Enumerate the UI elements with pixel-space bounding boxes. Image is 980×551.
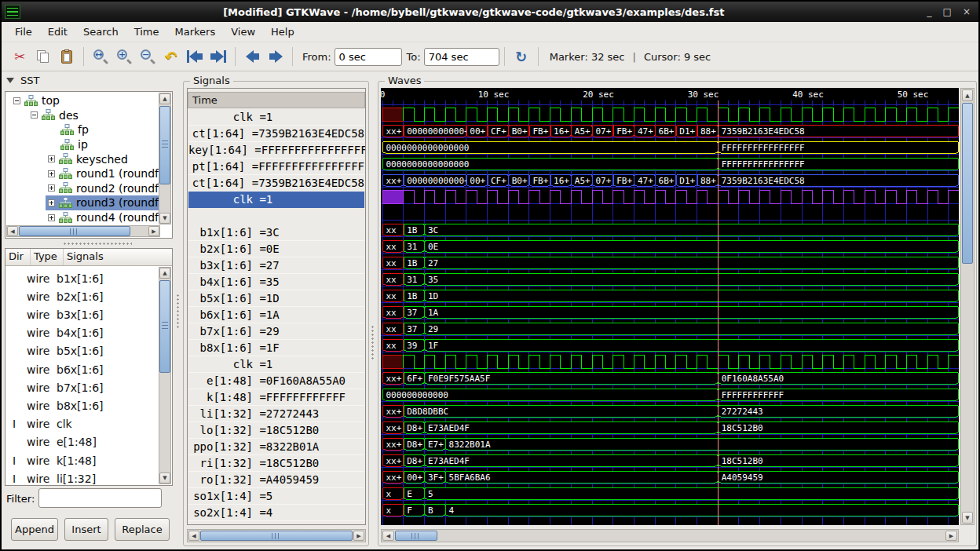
signals-list-item-b6x[1:6][interactable]: b6x[1:6] =1A	[188, 307, 364, 323]
scroll-left-icon[interactable]: ◀	[188, 531, 199, 541]
column-header-dir[interactable]: Dir	[5, 249, 31, 265]
tree-node-round3[interactable]: round3 (roundfun	[6, 195, 159, 210]
sst-expander[interactable]: SST	[6, 75, 39, 86]
signal-row-b5x[1:6][interactable]: wire b5x[1:6]	[6, 342, 160, 360]
menu-help[interactable]: Help	[264, 24, 302, 40]
signals-list-item-clk[interactable]: clk =1	[188, 356, 364, 373]
menu-edit[interactable]: Edit	[41, 24, 75, 40]
tree-node-des[interactable]: des	[6, 108, 159, 123]
scroll-up-icon[interactable]: ▲	[159, 268, 170, 279]
replace-button[interactable]: Replace	[115, 518, 170, 541]
scroll-down-icon[interactable]: ▼	[159, 213, 170, 224]
signal-row-b6x[1:6][interactable]: wire b6x[1:6]	[6, 360, 160, 378]
signals-list-item-b3x[1:6][interactable]: b3x[1:6] =27	[188, 257, 364, 274]
signals-list-item-b5x[1:6][interactable]: b5x[1:6] =1D	[188, 290, 364, 307]
pane-splitter-horizontal[interactable]	[63, 242, 132, 246]
signal-browser-vscrollbar[interactable]: ▲ ▼	[159, 267, 171, 484]
signal-browser-list[interactable]: wire b1x[1:6] wire b2x[1:6] wire b3x[1:6…	[6, 267, 160, 484]
scroll-right-icon[interactable]: ▶	[353, 531, 364, 541]
signals-list-item-so2x[1:4][interactable]: so2x[1:4] =4	[188, 505, 364, 521]
tree-expander-plus-icon[interactable]	[48, 199, 55, 206]
scroll-up-icon[interactable]: ▲	[159, 93, 170, 104]
waves-hscrollbar[interactable]: ◀ ▶	[381, 529, 959, 542]
column-header-type[interactable]: Type	[31, 249, 64, 265]
zoom-undo-button[interactable]: ↶	[159, 46, 183, 68]
panel-splitter-right[interactable]	[371, 325, 375, 359]
column-header-signals[interactable]: Signals	[64, 249, 172, 265]
shift-right-button[interactable]	[264, 46, 287, 68]
signals-list-item-key[1:64][interactable]: key[1:64] =FFFFFFFFFFFFFFFF	[188, 142, 364, 159]
signal-row-e[1:48][interactable]: wire e[1:48]	[6, 433, 160, 451]
signals-list-item-b7x[1:6][interactable]: b7x[1:6] =29	[188, 323, 364, 340]
tree-expander-minus-icon[interactable]	[31, 111, 38, 119]
sst-tree-vscrollbar[interactable]: ▲ ▼	[159, 93, 171, 224]
sst-tree[interactable]: top des fp ip keysched round1 (roundfun …	[6, 93, 159, 225]
close-button[interactable]: ×	[963, 6, 971, 17]
tree-node-fp[interactable]: fp	[6, 122, 159, 137]
scroll-right-icon[interactable]: ▶	[148, 226, 159, 236]
zoom-fit-button[interactable]: ↔	[89, 46, 112, 68]
signals-list-item-so1x[1:4][interactable]: so1x[1:4] =5	[188, 488, 364, 505]
signals-list-item-ct[1:64][interactable]: ct[1:64] =7359B2163E4EDC58	[188, 175, 364, 192]
signals-list-item-b2x[1:6][interactable]: b2x[1:6] =0E	[188, 241, 364, 257]
signals-hscrollbar[interactable]: ◀ ▶	[187, 529, 366, 542]
signal-row-clk[interactable]: I wire clk	[6, 415, 160, 433]
signals-list-item-ppo[1:32][interactable]: ppo[1:32] =8322B01A	[188, 439, 364, 455]
tree-expander-plus-icon[interactable]	[48, 155, 55, 162]
insert-button[interactable]: Insert	[64, 518, 108, 541]
scroll-left-icon[interactable]: ◀	[382, 531, 394, 541]
scroll-down-icon[interactable]: ▼	[962, 512, 973, 524]
append-button[interactable]: Append	[11, 518, 58, 541]
waves-vscrollbar[interactable]: ▲ ▼	[960, 88, 975, 525]
zoom-in-button[interactable]: +	[112, 46, 136, 68]
tree-expander-plus-icon[interactable]	[48, 214, 55, 221]
signals-list-item-li[1:32][interactable]: li[1:32] =27272443	[188, 406, 364, 422]
menu-time[interactable]: Time	[127, 24, 166, 40]
sst-tree-hscrollbar[interactable]: ◀ ▶	[6, 225, 160, 237]
tree-expander-minus-icon[interactable]	[13, 97, 20, 104]
to-input[interactable]	[424, 48, 499, 66]
signal-row-b1x[1:6][interactable]: wire b1x[1:6]	[6, 269, 160, 287]
signals-list-item-lo[1:32][interactable]: lo[1:32] =18C512B0	[188, 422, 364, 439]
signal-row-li[1:32][interactable]: I wire li[1:32]	[6, 469, 160, 484]
zoom-out-button[interactable]: −	[136, 46, 159, 68]
titlebar[interactable]: [Modified] GTKWave - /home/bybell/gtkwav…	[2, 2, 978, 22]
signals-list-item-k[1:48][interactable]: k[1:48] =FFFFFFFFFFFF	[188, 389, 364, 406]
signal-row-b3x[1:6][interactable]: wire b3x[1:6]	[6, 305, 160, 323]
signals-list-item-ri[1:32][interactable]: ri[1:32] =18C512B0	[188, 455, 364, 472]
panel-splitter-left[interactable]	[176, 294, 181, 328]
tree-node-round4[interactable]: round4 (roundfun	[6, 210, 159, 225]
signal-row-k[1:48][interactable]: I wire k[1:48]	[6, 451, 160, 469]
maximize-button[interactable]: □	[943, 6, 952, 17]
menu-view[interactable]: View	[224, 24, 262, 40]
signals-list-item-b1x[1:6][interactable]: b1x[1:6] =3C	[188, 224, 364, 241]
waves-svg[interactable]: 010 sec20 sec30 sec40 sec50 secxx+000000…	[381, 88, 959, 525]
tree-node-round2[interactable]: round2 (roundfun	[6, 181, 159, 196]
copy-button[interactable]	[31, 46, 55, 68]
signal-row-b8x[1:6][interactable]: wire b8x[1:6]	[6, 396, 160, 414]
signals-list-item-ro[1:32][interactable]: ro[1:32] =A4059459	[188, 472, 364, 488]
signals-list-item-b4x[1:6][interactable]: b4x[1:6] =35	[188, 274, 364, 290]
tree-node-keysched[interactable]: keysched	[6, 151, 159, 166]
signal-row-b4x[1:6][interactable]: wire b4x[1:6]	[6, 324, 160, 342]
tree-expander-plus-icon[interactable]	[48, 184, 55, 192]
signals-list-item-clk[interactable]: clk =1	[188, 192, 364, 208]
signals-list-item-clk[interactable]: clk =1	[188, 109, 364, 126]
tree-node-round1[interactable]: round1 (roundfun	[6, 166, 159, 181]
minimize-button[interactable]: _	[927, 6, 932, 17]
signal-row-b2x[1:6][interactable]: wire b2x[1:6]	[6, 287, 160, 305]
from-input[interactable]	[335, 48, 402, 66]
tree-node-top[interactable]: top	[6, 93, 159, 108]
zoom-to-start-button[interactable]	[183, 46, 207, 68]
menu-markers[interactable]: Markers	[167, 24, 222, 40]
scroll-right-icon[interactable]: ▶	[945, 531, 957, 541]
signals-list-item-ct[1:64][interactable]: ct[1:64] =7359B2163E4EDC58	[188, 126, 364, 142]
signals-list-item-e[1:48][interactable]: e[1:48] =0F160A8A55A0	[188, 373, 364, 389]
scroll-left-icon[interactable]: ◀	[7, 226, 18, 236]
tree-node-ip[interactable]: ip	[6, 137, 159, 152]
filter-input[interactable]	[38, 488, 162, 508]
tree-expander-plus-icon[interactable]	[48, 170, 55, 177]
cut-button[interactable]: ✂	[8, 46, 31, 68]
signals-list-item-b8x[1:6][interactable]: b8x[1:6] =1F	[188, 340, 364, 356]
shift-left-button[interactable]	[240, 46, 264, 68]
